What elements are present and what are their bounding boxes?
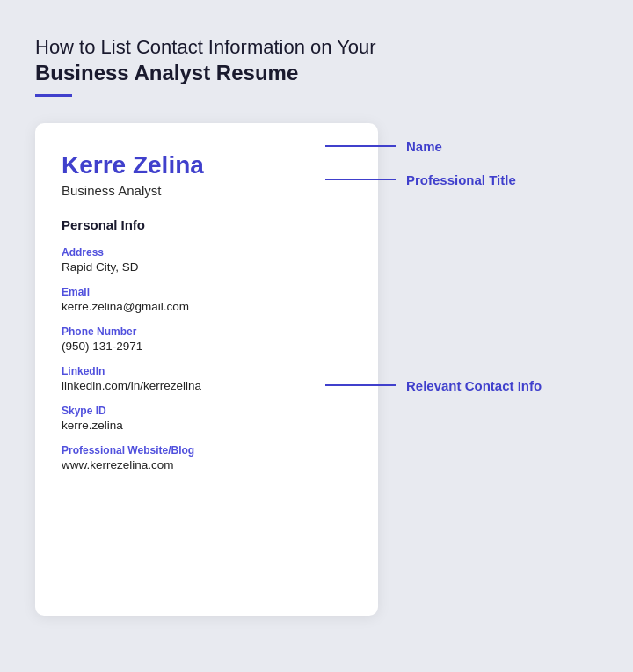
content-area: Kerre Zelina Business Analyst Personal I… xyxy=(35,123,598,616)
info-linkedin: LinkedIn linkedin.com/in/kerrezelina xyxy=(62,365,352,392)
info-address: Address Rapid City, SD xyxy=(62,246,352,274)
page-header: How to List Contact Information on Your … xyxy=(35,35,598,97)
contact-annotation-text: Relevant Contact Info xyxy=(406,378,542,393)
accent-line xyxy=(35,94,72,97)
linkedin-value: linkedin.com/in/kerrezelina xyxy=(62,379,352,392)
address-value: Rapid City, SD xyxy=(62,260,352,274)
phone-label: Phone Number xyxy=(62,325,352,338)
info-email: Email kerre.zelina@gmail.com xyxy=(62,286,352,313)
email-label: Email xyxy=(62,286,352,298)
website-value: www.kerrezelina.com xyxy=(62,458,352,471)
phone-value: (950) 131-2971 xyxy=(62,340,352,353)
name-annotation-line xyxy=(325,145,396,147)
info-phone: Phone Number (950) 131-2971 xyxy=(62,325,352,353)
page-title-top: How to List Contact Information on Your xyxy=(35,35,598,61)
linkedin-label: LinkedIn xyxy=(62,365,352,377)
resume-section-heading: Personal Info xyxy=(62,217,352,232)
website-label: Professional Website/Blog xyxy=(62,444,352,457)
page-title-bold: Business Analyst Resume xyxy=(35,61,598,85)
info-website: Professional Website/Blog www.kerrezelin… xyxy=(62,444,352,471)
resume-name: Kerre Zelina xyxy=(62,151,352,179)
resume-card: Kerre Zelina Business Analyst Personal I… xyxy=(35,123,378,616)
address-label: Address xyxy=(62,246,352,259)
email-value: kerre.zelina@gmail.com xyxy=(62,300,352,313)
name-annotation-text: Name xyxy=(406,139,442,154)
pro-title-annotation-text: Professional Title xyxy=(406,172,516,187)
annotation-relevant-contact: Relevant Contact Info xyxy=(325,378,598,393)
skype-value: kerre.zelina xyxy=(62,419,352,432)
resume-professional-title: Business Analyst xyxy=(62,183,352,198)
annotation-name: Name xyxy=(325,139,598,154)
contact-annotation-line xyxy=(325,384,396,386)
pro-title-annotation-line xyxy=(325,179,396,180)
info-skype: Skype ID kerre.zelina xyxy=(62,405,352,432)
skype-label: Skype ID xyxy=(62,405,352,417)
annotation-professional-title: Professional Title xyxy=(325,172,598,187)
